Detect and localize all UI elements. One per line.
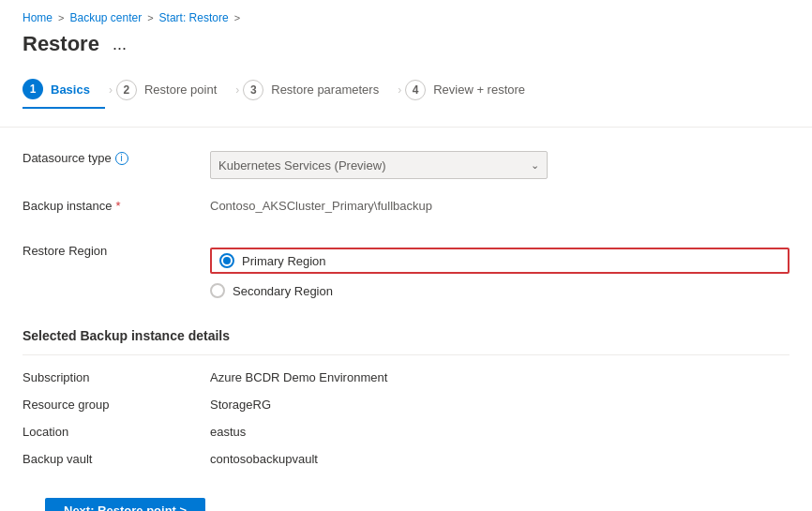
- secondary-region-radio[interactable]: [210, 283, 225, 298]
- location-label: Location: [23, 425, 210, 439]
- step-sep-3: ›: [394, 83, 405, 97]
- radio-inner-primary: [223, 257, 231, 264]
- required-star: *: [115, 199, 120, 213]
- details-section: Selected Backup instance details Subscri…: [23, 321, 789, 466]
- step-circle-3: 3: [243, 80, 263, 100]
- primary-region-option[interactable]: Primary Region: [210, 248, 789, 274]
- breadcrumb-sep2: >: [147, 12, 153, 23]
- step-circle-4: 4: [405, 80, 426, 100]
- page-title: Restore: [23, 32, 99, 56]
- subscription-value: Azure BCDR Demo Environment: [210, 370, 789, 384]
- backup-instance-row: Backup instance * Contoso_AKSCluster_Pri…: [23, 194, 789, 224]
- step-label-review: Review + restore: [433, 83, 525, 97]
- step-circle-1: 1: [23, 79, 43, 99]
- step-label-basics: Basics: [51, 83, 90, 97]
- breadcrumb: Home > Backup center > Start: Restore >: [0, 0, 812, 28]
- subscription-row: Subscription Azure BCDR Demo Environment: [23, 370, 789, 384]
- wizard-step-basics[interactable]: 1 Basics: [23, 71, 105, 109]
- secondary-region-label: Secondary Region: [233, 284, 333, 298]
- divider: [23, 354, 789, 355]
- backup-vault-label: Backup vault: [23, 452, 210, 466]
- datasource-value: Kubernetes Services (Preview) ⌄: [210, 146, 789, 179]
- wizard-steps: 1 Basics › 2 Restore point › 3 Restore p…: [0, 71, 812, 128]
- step-circle-2: 2: [116, 80, 137, 100]
- backup-vault-value: contosobackupvault: [210, 452, 789, 466]
- step-sep-1: ›: [105, 83, 116, 97]
- breadcrumb-home[interactable]: Home: [23, 11, 53, 24]
- datasource-chevron-icon: ⌄: [531, 159, 539, 172]
- restore-region-row: Restore Region Primary Region Secondary …: [23, 239, 789, 298]
- page-title-row: Restore ...: [0, 28, 812, 71]
- footer: Next: Restore point >: [23, 479, 789, 511]
- wizard-step-review[interactable]: 4 Review + restore: [405, 72, 540, 108]
- step-label-restore-params: Restore parameters: [271, 83, 379, 97]
- location-row: Location eastus: [23, 425, 789, 439]
- ellipsis-button[interactable]: ...: [107, 33, 132, 56]
- form-area: Datasource type i Kubernetes Services (P…: [0, 146, 812, 511]
- breadcrumb-sep1: >: [58, 12, 64, 23]
- resource-group-row: Resource group StorageRG: [23, 398, 789, 412]
- step-label-restore-point: Restore point: [144, 83, 217, 97]
- backup-vault-row: Backup vault contosobackupvault: [23, 452, 789, 466]
- restore-region-options: Primary Region Secondary Region: [210, 239, 789, 298]
- backup-instance-value: Contoso_AKSCluster_Primary\fullbackup: [210, 194, 789, 213]
- step-sep-2: ›: [232, 83, 243, 97]
- resource-group-label: Resource group: [23, 398, 210, 412]
- wizard-step-restore-point[interactable]: 2 Restore point: [116, 72, 232, 108]
- datasource-row: Datasource type i Kubernetes Services (P…: [23, 146, 789, 179]
- datasource-select[interactable]: Kubernetes Services (Preview) ⌄: [210, 151, 548, 179]
- subscription-label: Subscription: [23, 370, 210, 384]
- resource-group-value: StorageRG: [210, 398, 789, 412]
- breadcrumb-backup-center[interactable]: Backup center: [69, 11, 142, 24]
- secondary-region-option[interactable]: Secondary Region: [210, 283, 789, 298]
- location-value: eastus: [210, 425, 789, 439]
- datasource-label: Datasource type i: [23, 146, 210, 165]
- breadcrumb-start-restore[interactable]: Start: Restore: [159, 11, 229, 24]
- radio-group-region: Primary Region Secondary Region: [210, 244, 789, 298]
- datasource-info-icon[interactable]: i: [115, 152, 128, 165]
- details-section-title: Selected Backup instance details: [23, 328, 789, 343]
- primary-region-label: Primary Region: [242, 254, 326, 268]
- next-button[interactable]: Next: Restore point >: [45, 498, 205, 511]
- breadcrumb-sep3: >: [234, 12, 240, 23]
- backup-instance-label: Backup instance *: [23, 194, 210, 213]
- primary-region-radio[interactable]: [219, 253, 234, 268]
- wizard-step-restore-params[interactable]: 3 Restore parameters: [243, 72, 394, 108]
- restore-region-label: Restore Region: [23, 239, 210, 258]
